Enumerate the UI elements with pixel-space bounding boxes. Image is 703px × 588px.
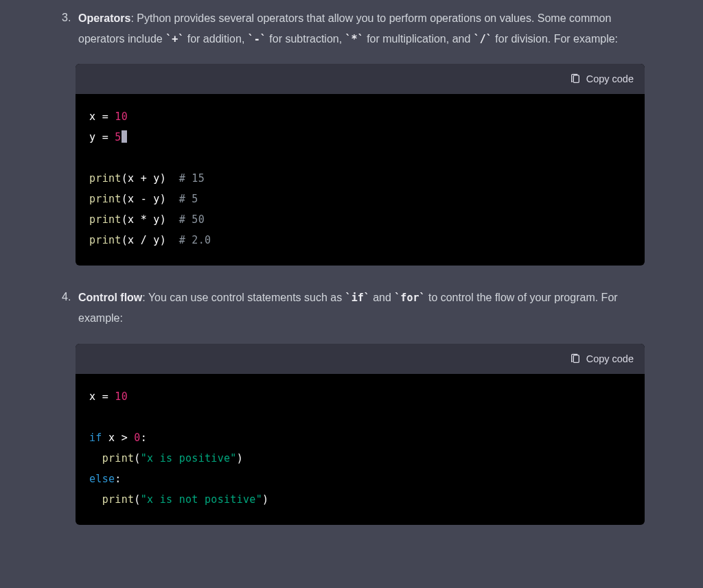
text-cursor xyxy=(122,130,127,143)
item-title: Operators xyxy=(78,12,130,24)
code-token-func: print xyxy=(89,193,122,205)
code-block-operators: Copy code x = 10 y = 5 print(x + y) # 15… xyxy=(76,64,645,266)
code-token-comment: # 2.0 xyxy=(179,234,211,246)
text-segment: for subtraction, xyxy=(266,33,345,45)
inline-code-for: `for` xyxy=(394,292,425,304)
list-item-operators: 3. Operators: Python provides several op… xyxy=(62,8,645,266)
text-segment: for multiplication, and xyxy=(364,33,474,45)
code-header: Copy code xyxy=(76,344,645,374)
text-segment: and xyxy=(370,292,395,303)
code-token-comment: # 50 xyxy=(179,213,205,226)
inline-code-slash: `/` xyxy=(474,33,492,45)
code-token: y = xyxy=(89,131,115,143)
clipboard-icon xyxy=(570,73,581,84)
code-token-number: 0 xyxy=(134,432,140,444)
article-content: 3. Operators: Python provides several op… xyxy=(0,8,703,525)
code-token: ) xyxy=(262,493,268,506)
item-title: Control flow xyxy=(78,292,142,303)
code-token-func: print xyxy=(102,493,135,506)
code-token-comment: # 15 xyxy=(179,172,205,185)
list-marker: 3. xyxy=(62,8,71,27)
code-token: : xyxy=(115,473,121,485)
text-segment: for division. For example: xyxy=(492,33,618,45)
code-token-number: 5 xyxy=(115,131,121,143)
clipboard-icon xyxy=(570,353,581,364)
code-token: : xyxy=(141,432,147,444)
code-token-func: print xyxy=(89,213,122,226)
code-token: ( xyxy=(134,452,140,464)
list-item-control-flow: 4. Control flow: You can use control sta… xyxy=(62,287,645,524)
code-body[interactable]: x = 10 y = 5 print(x + y) # 15 print(x -… xyxy=(76,94,645,266)
inline-code-plus: `+` xyxy=(165,33,184,45)
code-token: ) xyxy=(237,452,243,464)
text-segment: for addition, xyxy=(184,33,248,45)
code-token: x = xyxy=(89,390,115,403)
code-token xyxy=(89,452,102,464)
inline-code-minus: `-` xyxy=(248,33,266,45)
code-token: ( xyxy=(134,493,140,506)
code-token-comment: # 5 xyxy=(179,193,198,205)
list-item-text: Operators: Python provides several opera… xyxy=(78,8,645,49)
code-token-number: 10 xyxy=(115,110,128,123)
code-body[interactable]: x = 10 if x > 0: print("x is positive") … xyxy=(76,374,645,525)
list-item-text: Control flow: You can use control statem… xyxy=(78,287,645,328)
code-token: (x - y) xyxy=(122,193,179,205)
code-header: Copy code xyxy=(76,64,645,94)
code-token: (x + y) xyxy=(122,172,179,185)
code-token-number: 10 xyxy=(115,390,128,403)
code-token-string: "x is positive" xyxy=(141,452,237,464)
text-segment: : You can use control statements such as xyxy=(142,292,345,303)
code-token-func: print xyxy=(102,452,135,464)
copy-code-button[interactable]: Copy code xyxy=(570,353,634,364)
ordered-list: 3. Operators: Python provides several op… xyxy=(62,8,645,525)
copy-label: Copy code xyxy=(586,353,634,364)
code-token-func: print xyxy=(89,234,122,246)
code-token: (x * y) xyxy=(122,213,179,226)
code-token: (x / y) xyxy=(122,234,179,246)
copy-label: Copy code xyxy=(586,73,634,84)
copy-code-button[interactable]: Copy code xyxy=(570,73,634,84)
svg-rect-0 xyxy=(573,75,579,83)
code-token-string: "x is not positive" xyxy=(141,493,262,506)
code-block-control-flow: Copy code x = 10 if x > 0: print("x is p… xyxy=(76,344,645,525)
svg-rect-1 xyxy=(573,355,579,362)
inline-code-if: `if` xyxy=(345,292,370,304)
code-token: x = xyxy=(89,110,115,123)
code-token xyxy=(89,493,102,506)
code-token-keyword: else xyxy=(89,473,115,485)
code-token-keyword: if xyxy=(89,432,102,444)
code-token: x > xyxy=(102,432,135,444)
inline-code-star: `*` xyxy=(345,33,364,45)
code-token-func: print xyxy=(89,172,122,185)
list-marker: 4. xyxy=(62,287,71,307)
